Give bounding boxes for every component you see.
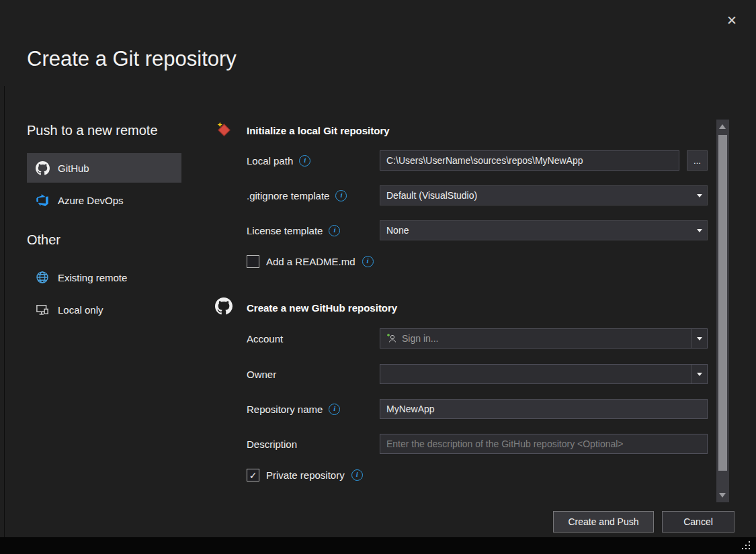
- gitignore-template-value: Default (VisualStudio): [386, 190, 477, 201]
- readme-label: Add a README.md: [266, 256, 355, 267]
- repository-name-input[interactable]: [380, 399, 708, 419]
- page-title: Create a Git repository: [27, 47, 237, 71]
- sidebar-item-label: Local only: [58, 304, 103, 316]
- section-heading-initialize: Initialize a local Git repository: [247, 125, 390, 136]
- info-icon[interactable]: i: [299, 155, 310, 167]
- private-repository-label: Private repository: [266, 469, 345, 481]
- dialog-surface: ✕ Create a Git repository Push to a new …: [0, 0, 756, 537]
- section-heading-github: Create a new GitHub repository: [247, 302, 397, 314]
- owner-dropdown[interactable]: [380, 364, 708, 384]
- readme-checkbox[interactable]: [247, 255, 259, 268]
- scrollbar-thumb[interactable]: [718, 135, 727, 471]
- create-git-repository-dialog: ✕ Create a Git repository Push to a new …: [0, 0, 756, 554]
- create-and-push-button[interactable]: Create and Push: [553, 511, 654, 533]
- owner-label: Owner: [247, 369, 276, 380]
- gitignore-template-dropdown[interactable]: Default (VisualStudio): [380, 185, 708, 205]
- gitignore-label-row: .gitignore template i: [247, 185, 347, 205]
- description-label-row: Description: [247, 434, 297, 454]
- account-value: Sign in...: [402, 333, 438, 344]
- add-user-icon: [386, 333, 397, 344]
- repo-name-label-row: Repository name i: [247, 399, 340, 419]
- computer-icon: [35, 303, 50, 316]
- sidebar-item-label: Azure DevOps: [58, 195, 124, 206]
- license-label-row: License template i: [247, 220, 340, 240]
- cancel-button[interactable]: Cancel: [662, 511, 734, 533]
- resize-grip[interactable]: [741, 540, 751, 553]
- sidebar-heading-push: Push to a new remote: [27, 123, 158, 138]
- vertical-scrollbar[interactable]: [716, 120, 729, 502]
- account-label-row: Account: [247, 328, 283, 349]
- readme-checkbox-row: Add a README.md i: [247, 255, 374, 268]
- info-icon[interactable]: i: [335, 190, 347, 201]
- info-icon[interactable]: i: [362, 256, 374, 267]
- gitignore-template-label: .gitignore template: [247, 190, 329, 201]
- account-dropdown[interactable]: Sign in...: [380, 328, 708, 349]
- private-checkbox-row: ✓ Private repository i: [247, 469, 363, 481]
- sidebar-item-local-only[interactable]: Local only: [27, 295, 181, 324]
- close-icon[interactable]: ✕: [721, 9, 743, 31]
- info-icon[interactable]: i: [329, 225, 340, 236]
- info-icon[interactable]: i: [351, 469, 363, 481]
- chevron-down-icon: [691, 329, 707, 348]
- license-template-dropdown[interactable]: None: [380, 220, 708, 240]
- sidebar-heading-other: Other: [27, 232, 60, 248]
- license-template-label: License template: [247, 225, 323, 236]
- azure-devops-icon: [35, 193, 50, 207]
- account-label: Account: [247, 333, 283, 344]
- scroll-up-icon[interactable]: [719, 124, 726, 129]
- info-icon[interactable]: i: [329, 404, 340, 415]
- github-icon: [35, 161, 50, 175]
- window-bottom-frame: [0, 537, 756, 554]
- browse-button[interactable]: ...: [687, 150, 708, 171]
- github-icon: [215, 297, 233, 318]
- chevron-down-icon: [692, 221, 707, 240]
- local-path-label: Local path: [247, 155, 293, 167]
- repository-name-label: Repository name: [247, 404, 323, 415]
- scroll-down-icon[interactable]: [719, 493, 726, 498]
- description-input[interactable]: [380, 434, 708, 454]
- sidebar-item-label: GitHub: [58, 163, 89, 174]
- window-edge: [4, 86, 5, 537]
- sidebar-item-label: Existing remote: [58, 272, 127, 283]
- license-template-value: None: [386, 225, 409, 236]
- owner-label-row: Owner: [247, 364, 276, 384]
- local-path-label-row: Local path i: [247, 150, 310, 171]
- sidebar-item-azure-devops[interactable]: Azure DevOps: [27, 185, 181, 215]
- sidebar-item-existing-remote[interactable]: Existing remote: [27, 263, 181, 291]
- chevron-down-icon: [691, 365, 707, 383]
- description-label: Description: [247, 438, 297, 450]
- local-path-input[interactable]: [380, 150, 679, 171]
- chevron-down-icon: [692, 186, 707, 205]
- sidebar-item-github[interactable]: GitHub: [27, 153, 181, 183]
- private-repository-checkbox[interactable]: ✓: [247, 469, 259, 481]
- git-repository-icon: [215, 120, 233, 141]
- globe-icon: [35, 271, 50, 284]
